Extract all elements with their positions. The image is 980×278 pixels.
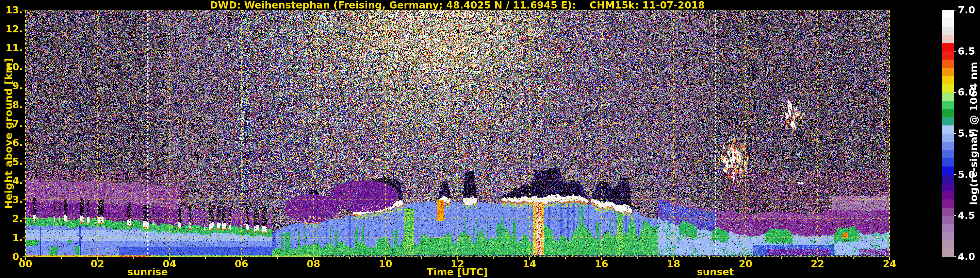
x-axis-label: Time [UTC] (426, 267, 488, 277)
sunset-annotation: sunset (697, 267, 734, 277)
x-tick-label: 16 (595, 259, 608, 269)
x-tick-label: 14 (523, 259, 536, 269)
y-tick-label: 8. (0, 100, 23, 110)
y-tick-label: 5. (0, 157, 23, 167)
x-tick-label: 18 (667, 259, 681, 269)
y-tick-label: 11. (0, 43, 23, 53)
colorbar-label: log(rc-signal) @ 1064 nm (969, 62, 979, 205)
x-tick-label: 06 (235, 259, 248, 269)
y-tick-label: 4. (0, 176, 23, 186)
y-tick-label: 9. (0, 81, 23, 91)
x-tick-label: 00 (19, 259, 32, 269)
page-title: DWD: Weihenstephan (Freising, Germany; 4… (210, 0, 705, 10)
y-tick-label: 13. (0, 5, 23, 15)
x-tick-label: 10 (379, 259, 392, 269)
y-tick-label: 12. (0, 24, 23, 34)
y-tick-label: 7. (0, 119, 23, 129)
y-tick-label: 6. (0, 138, 23, 148)
y-tick-label: 10. (0, 62, 23, 72)
colorbar-tick-label: 7.0 (958, 5, 975, 15)
y-tick-label: 3. (0, 195, 23, 205)
ceilometer-quicklook: DWD: Weihenstephan (Freising, Germany; 4… (0, 0, 980, 278)
colorbar-tick-label: 4.0 (958, 252, 975, 262)
y-tick-label: 1. (0, 233, 23, 243)
colorbar-tick-label: 6.5 (958, 46, 975, 56)
sunrise-annotation: sunrise (127, 267, 168, 277)
x-tick-label: 24 (883, 259, 896, 269)
y-axis-label: Height above ground [km] (3, 58, 14, 209)
x-tick-label: 02 (91, 259, 105, 269)
x-tick-label: 20 (738, 259, 752, 269)
x-tick-label: 08 (307, 259, 320, 269)
colorbar-tick-label: 4.5 (958, 211, 975, 220)
lidar-heatmap-canvas (0, 0, 980, 278)
y-tick-label: 2. (0, 214, 23, 224)
x-tick-label: 22 (811, 259, 824, 269)
